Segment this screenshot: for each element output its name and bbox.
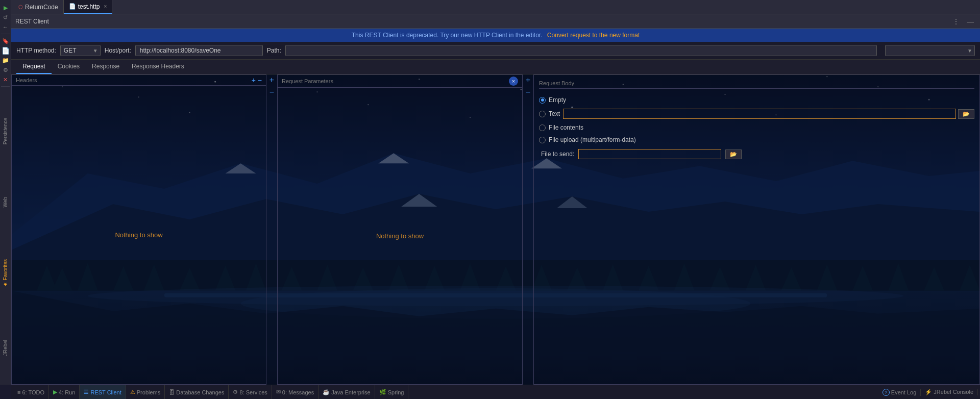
headers-panel: Headers + − Nothing to show	[11, 74, 266, 385]
body-file-upload-radio[interactable]	[539, 137, 546, 143]
sidebar-back-icon[interactable]: ←	[1, 22, 10, 32]
spring-icon: 🌿	[379, 389, 386, 395]
test-http-label: test.http	[78, 3, 100, 10]
method-dropdown-arrow: ▼	[91, 48, 100, 54]
tab-cookies[interactable]: Cookies	[52, 60, 86, 74]
sidebar-bookmark-icon[interactable]: 🔖	[1, 36, 10, 45]
sidebar-refresh-icon[interactable]: ↺	[1, 13, 10, 22]
todo-icon: ≡	[17, 389, 20, 395]
headers-title: Headers	[16, 77, 37, 83]
status-run[interactable]: ▶ 4: Run	[49, 385, 80, 399]
status-jrebel-console[interactable]: ⚡ JRebel Console	[921, 389, 978, 395]
body-file-contents-radio[interactable]	[539, 124, 546, 131]
file-to-send-label: File to send:	[541, 151, 574, 158]
body-text-input[interactable]	[563, 109, 956, 119]
params-close-button[interactable]: ×	[509, 77, 518, 86]
params-panel: Request Parameters × Nothing to show	[278, 74, 523, 385]
messages-label: 0: Messages	[282, 389, 314, 395]
tab-test-http[interactable]: 📄 test.http ×	[64, 0, 113, 14]
sidebar-folder-icon[interactable]: 📁	[1, 56, 10, 65]
panel-title-bar: REST Client ⋮ —	[11, 14, 980, 29]
body-option-file-contents[interactable]: File contents	[539, 124, 974, 131]
status-services[interactable]: ⚙ 8: Services	[229, 385, 272, 399]
headers-remove-button[interactable]: −	[258, 77, 262, 84]
more-options-button[interactable]: ⋮	[950, 16, 962, 27]
body-panel-controls: + −	[523, 74, 534, 385]
status-event-log[interactable]: ? Event Log	[878, 389, 921, 396]
problems-label: Problems	[137, 389, 160, 395]
tab-returncode[interactable]: ⬡ ReturnCode	[13, 0, 64, 14]
left-sidebar: ▶ ↺ ← 🔖 📄 📁 ⚙ ✕ Persistence Web ★ Favori…	[0, 0, 11, 385]
env-dropdown-arrow: ▼	[967, 48, 974, 54]
body-remove-button[interactable]: −	[526, 88, 530, 96]
params-add-button[interactable]: +	[270, 76, 274, 84]
sidebar-file-icon[interactable]: 📄	[1, 46, 10, 55]
rest-client-icon: ☰	[84, 389, 89, 395]
sidebar-run-icon[interactable]: ▶	[1, 3, 10, 12]
deprecation-banner: This REST Client is deprecated. Try our …	[11, 29, 980, 42]
body-option-empty[interactable]: Empty	[539, 96, 974, 104]
body-file-upload-label: File upload (multipart/form-data)	[549, 136, 636, 143]
method-select[interactable]: GET POST PUT DELETE PATCH	[61, 45, 91, 56]
sidebar-label-favorites[interactable]: ★ Favorites	[3, 257, 8, 289]
convert-link[interactable]: Convert request to the new format	[547, 32, 640, 39]
jrebel-console-icon: ⚡	[925, 389, 932, 395]
sidebar-close-icon[interactable]: ✕	[1, 75, 10, 84]
java-enterprise-label: Java Enterprise	[331, 389, 370, 395]
minimize-button[interactable]: —	[965, 16, 976, 27]
path-label: Path:	[267, 47, 281, 54]
path-input[interactable]	[285, 45, 877, 56]
test-http-icon: 📄	[69, 3, 76, 10]
tab-request[interactable]: Request	[16, 60, 52, 74]
request-tabs-row: Request Cookies Response Response Header…	[11, 60, 980, 74]
db-changes-icon: 🗄	[169, 389, 175, 395]
request-body-panel: Request Body Empty Text 📂	[534, 74, 980, 385]
tab-bar: ⬡ ReturnCode 📄 test.http ×	[11, 0, 980, 14]
sidebar-label-web[interactable]: Web	[3, 195, 8, 209]
status-problems[interactable]: ⚠ Problems	[126, 385, 165, 399]
main-area: Headers + − Nothing to show + −	[11, 74, 980, 385]
body-option-file-upload[interactable]: File upload (multipart/form-data)	[539, 136, 974, 143]
status-messages[interactable]: ✉ 0: Messages	[272, 385, 318, 399]
env-select-wrap[interactable]: ▼	[885, 45, 975, 56]
file-to-send-input[interactable]	[578, 149, 721, 159]
params-remove-button[interactable]: −	[270, 88, 274, 96]
messages-icon: ✉	[276, 389, 281, 395]
params-panel-controls: + −	[266, 74, 278, 385]
sidebar-label-jrebel[interactable]: JRebel	[3, 338, 8, 358]
status-java-enterprise[interactable]: ☕ Java Enterprise	[318, 385, 375, 399]
tab-response-headers[interactable]: Response Headers	[126, 60, 190, 74]
status-rest-client[interactable]: ☰ REST Client	[80, 385, 126, 399]
status-spring[interactable]: 🌿 Spring	[375, 385, 409, 399]
status-db-changes[interactable]: 🗄 Database Changes	[165, 385, 229, 399]
body-text-label: Text	[549, 110, 560, 117]
services-label: 8: Services	[239, 389, 267, 395]
method-select-wrap[interactable]: GET POST PUT DELETE PATCH ▼	[60, 45, 101, 56]
test-http-close-icon[interactable]: ×	[104, 4, 107, 9]
sidebar-gear-icon[interactable]: ⚙	[1, 65, 10, 74]
body-option-text[interactable]: Text 📂	[539, 109, 974, 119]
services-icon: ⚙	[233, 389, 238, 395]
host-input[interactable]	[135, 45, 263, 56]
jrebel-console-label: JRebel Console	[934, 389, 973, 395]
body-text-file-button[interactable]: 📂	[958, 109, 974, 119]
java-enterprise-icon: ☕	[323, 389, 330, 395]
tab-response[interactable]: Response	[86, 60, 126, 74]
todo-label: 6: TODO	[22, 389, 44, 395]
body-empty-radio[interactable]	[539, 97, 546, 104]
status-todo[interactable]: ≡ 6: TODO	[13, 385, 49, 399]
sidebar-label-persistence[interactable]: Persistence	[3, 116, 8, 146]
file-to-send-browse-button[interactable]: 📂	[725, 149, 742, 159]
headers-add-button[interactable]: +	[252, 77, 256, 84]
headers-nothing: Nothing to show	[12, 86, 266, 384]
params-nothing: Nothing to show	[278, 88, 522, 384]
body-text-radio[interactable]	[539, 111, 546, 117]
env-select[interactable]	[886, 45, 967, 56]
params-panel-topbar: Request Parameters ×	[278, 75, 522, 88]
method-bar: HTTP method: GET POST PUT DELETE PATCH ▼…	[11, 42, 980, 60]
spring-label: Spring	[388, 389, 404, 395]
body-add-button[interactable]: +	[526, 76, 530, 84]
problems-icon: ⚠	[130, 389, 135, 395]
method-label: HTTP method:	[16, 47, 56, 54]
event-log-label: Event Log	[891, 389, 917, 395]
